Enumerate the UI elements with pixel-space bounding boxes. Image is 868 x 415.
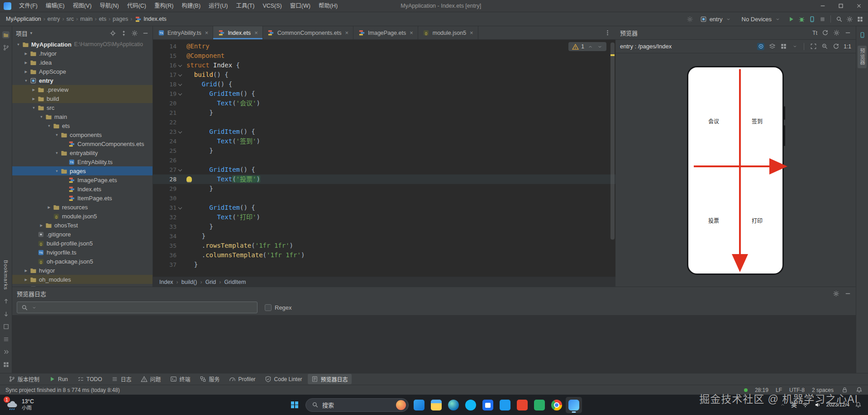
tree-toggle-icon[interactable]: ▼ (23, 79, 29, 83)
lines-icon[interactable] (2, 335, 10, 343)
regex-checkbox[interactable] (265, 304, 272, 311)
sync-settings-icon[interactable] (687, 15, 694, 23)
editor-scrollbar[interactable] (610, 42, 615, 240)
device-manager-icon[interactable] (808, 15, 816, 23)
editor-tab-module.json5[interactable]: {}module.json5× (418, 26, 478, 39)
menu-item-1[interactable]: 编辑(E) (42, 0, 69, 12)
tree-item-oh_modules[interactable]: ▶oh_modules (12, 275, 153, 284)
tree-toggle-icon[interactable]: ▼ (38, 115, 45, 119)
tabs-more-icon[interactable] (600, 26, 615, 39)
code-line-24[interactable]: 24 Text('签到') (153, 137, 615, 146)
tree-item-ets[interactable]: ▼ets (12, 121, 153, 130)
tree-toggle-icon[interactable]: ▶ (30, 88, 37, 92)
zoom-icon[interactable] (821, 43, 828, 50)
taskbar-app-edge[interactable] (445, 397, 462, 413)
tree-item-.hvigor[interactable]: ▶.hvigor (12, 49, 153, 58)
editor-tab-CommonComponents.ets[interactable]: CommonComponents.ets× (263, 26, 353, 39)
tree-item-resources[interactable]: ▶resources (12, 203, 153, 212)
breadcrumb-item-pages[interactable]: pages (111, 16, 129, 22)
hide-panel-icon[interactable] (142, 29, 149, 37)
taskbar-weather[interactable]: 1 13°C 小雨 (0, 395, 40, 415)
taskbar-app-file-explorer[interactable] (428, 397, 444, 413)
debug-button[interactable] (798, 15, 805, 23)
tab-close-icon[interactable]: × (204, 29, 209, 36)
code-line-33[interactable]: 33 } (153, 222, 615, 231)
tree-item-MyApplication[interactable]: ▼MyApplicationE:\HarmonyOS\MyApplicatio (12, 40, 153, 49)
font-size-icon[interactable]: Tt (812, 29, 817, 37)
fold-marker[interactable] (176, 127, 184, 137)
scroll-up-icon[interactable] (2, 297, 10, 305)
menu-item-0[interactable]: 文件(F) (15, 0, 42, 12)
collapse-all-icon[interactable] (120, 29, 127, 37)
toolwindow-button-日志[interactable]: 日志 (107, 374, 135, 384)
more-stripe-icon[interactable] (2, 348, 10, 355)
tab-close-icon[interactable]: × (344, 29, 348, 36)
breadcrumb-build[interactable]: build() (181, 279, 197, 285)
fold-marker[interactable] (176, 80, 184, 89)
tree-toggle-icon[interactable]: ▶ (30, 97, 37, 101)
next-issue-icon[interactable] (596, 43, 603, 50)
toolwindow-button-Code Linter[interactable]: Code Linter (261, 374, 306, 384)
tree-item-AppScope[interactable]: ▶AppScope (12, 67, 153, 76)
settings-gear-icon[interactable] (846, 15, 853, 23)
menu-item-10[interactable]: 窗口(W) (286, 0, 315, 12)
log-search-input[interactable] (40, 304, 253, 311)
chevron-down-icon[interactable] (791, 43, 798, 50)
code-line-31[interactable]: 31 GridItem() { (153, 203, 615, 212)
code-line-14[interactable]: 14@Entry (153, 42, 615, 51)
menu-item-5[interactable]: 重构(R) (150, 0, 177, 12)
zoom-ratio-label[interactable]: 1:1 (844, 43, 851, 50)
taskbar-app-wechat[interactable] (531, 397, 548, 413)
taskbar-app-qq[interactable] (463, 397, 479, 413)
toolwindow-button-问题[interactable]: 问题 (137, 374, 165, 384)
code-line-18[interactable]: 18 Grid() { (153, 80, 615, 89)
bookmarks-stripe-tab[interactable]: Bookmarks (3, 260, 9, 290)
tree-toggle-icon[interactable]: ▶ (23, 278, 29, 282)
toolwindow-button-Profiler[interactable]: Profiler (225, 374, 259, 384)
toolwindow-button-Run[interactable]: Run (45, 374, 72, 384)
tree-item-entry[interactable]: ▼entry (12, 76, 153, 85)
code-line-19[interactable]: 19 GridItem() { (153, 89, 615, 99)
panel-settings-icon[interactable] (131, 29, 138, 37)
tab-close-icon[interactable]: × (409, 29, 413, 36)
code-line-21[interactable]: 21 } (153, 108, 615, 118)
code-line-29[interactable]: 29 } (153, 184, 615, 193)
log-output-area[interactable] (12, 315, 856, 373)
tree-toggle-icon[interactable]: ▼ (53, 169, 60, 173)
breadcrumb-item-entry[interactable]: entry (46, 16, 62, 22)
menu-item-3[interactable]: 导航(N) (95, 0, 123, 12)
tree-item-build-profile.json5[interactable]: {}build-profile.json5 (12, 239, 153, 248)
tree-item-components[interactable]: ▼components (12, 130, 153, 139)
tree-item-EntryAbility.ts[interactable]: TSEntryAbility.ts (12, 157, 153, 166)
tree-item-ohosTest[interactable]: ▶ohosTest (12, 221, 153, 230)
taskbar-app-red-book[interactable] (514, 397, 530, 413)
tree-item-hvigor[interactable]: ▶hvigor (12, 266, 153, 275)
code-line-17[interactable]: 17 build() { (153, 70, 615, 80)
tree-item-.gitignore[interactable]: .gitignore (12, 230, 153, 239)
tree-toggle-icon[interactable]: ▼ (53, 151, 60, 155)
menu-item-8[interactable]: 工具(T) (232, 0, 258, 12)
code-line-28[interactable]: 28 Text('投票') (153, 174, 615, 184)
previewer-settings-icon[interactable] (833, 29, 840, 37)
breadcrumb-item-src[interactable]: src (65, 16, 76, 22)
menu-item-9[interactable]: VCS(S) (258, 0, 286, 12)
code-line-35[interactable]: 35 .rowsTemplate('1fr 1fr') (153, 241, 615, 250)
code-line-16[interactable]: 16struct Index { (153, 61, 615, 70)
editor-tab-EntryAbility.ts[interactable]: TSEntryAbility.ts× (153, 26, 213, 39)
tree-toggle-icon[interactable]: ▶ (38, 223, 45, 227)
intention-bulb-icon[interactable] (186, 176, 192, 182)
menu-item-11[interactable]: 帮助(H) (315, 0, 342, 12)
code-line-23[interactable]: 23 GridItem() { (153, 127, 615, 137)
rotate-icon[interactable] (832, 43, 839, 50)
refresh-icon[interactable] (821, 29, 829, 37)
toolwindow-button-TODO[interactable]: TODO (73, 374, 105, 384)
toolwindow-button-服务[interactable]: 服务 (196, 374, 224, 384)
code-line-15[interactable]: 15@Component (153, 51, 615, 61)
menu-item-2[interactable]: 视图(V) (69, 0, 96, 12)
soft-wrap-icon[interactable] (2, 323, 10, 330)
previewer-stripe-tab[interactable]: 预览器 (858, 46, 867, 68)
fold-marker[interactable] (176, 165, 184, 174)
tree-item-ItemPage.ets[interactable]: ItemPage.ets (12, 193, 153, 203)
tree-item-module.json5[interactable]: {}module.json5 (12, 212, 153, 221)
code-line-26[interactable]: 26 (153, 156, 615, 165)
